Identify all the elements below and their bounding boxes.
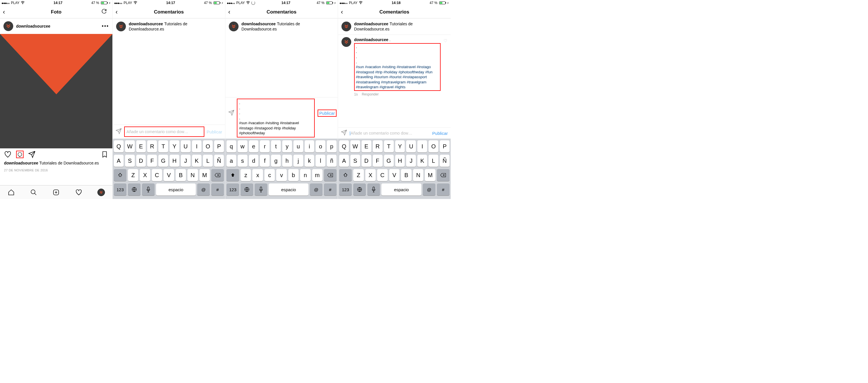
key-mic[interactable] (255, 183, 267, 196)
key-m[interactable]: m (312, 169, 322, 181)
key-p[interactable]: P (440, 140, 450, 152)
key-q[interactable]: q (226, 140, 236, 152)
key-r[interactable]: R (147, 140, 157, 152)
key-m[interactable]: M (199, 169, 210, 181)
key-space[interactable]: espacio (156, 183, 196, 196)
comment-hashtags[interactable]: #sun #vacation #visiting #instatravel #i… (356, 64, 439, 90)
key-q[interactable]: Q (114, 140, 124, 152)
key-c[interactable]: c (265, 169, 275, 181)
key-n[interactable]: n (300, 169, 310, 181)
key-globe[interactable] (353, 183, 366, 196)
key-i[interactable]: I (192, 140, 202, 152)
keyboard[interactable]: QWERTYUIOP ASDFGHJKLÑ ZXCVBNM 123espacio… (338, 139, 451, 199)
tab-search[interactable] (30, 188, 37, 196)
key-hash[interactable]: # (437, 183, 450, 196)
like-comment-button[interactable]: ♡ (443, 38, 447, 97)
key-j[interactable]: J (406, 155, 416, 167)
key-e[interactable]: E (136, 140, 146, 152)
key-t[interactable]: t (271, 140, 281, 152)
tab-home[interactable] (7, 188, 15, 196)
key-shift[interactable] (226, 169, 239, 181)
back-button[interactable]: ‹ (341, 8, 349, 16)
back-button[interactable]: ‹ (228, 8, 237, 16)
key-d[interactable]: D (362, 155, 371, 167)
key-123[interactable]: 123 (114, 183, 126, 196)
key-backspace[interactable] (324, 169, 337, 181)
username-label[interactable]: downloadsourcee (354, 22, 388, 26)
key-shift[interactable] (339, 169, 352, 181)
avatar[interactable] (341, 22, 351, 31)
key-ñ[interactable]: Ñ (214, 155, 224, 167)
key-h[interactable]: H (169, 155, 179, 167)
keyboard[interactable]: qwertyuiop asdfghjklñ zxcvbnm 123espacio… (225, 139, 338, 199)
key-t[interactable]: T (158, 140, 168, 152)
comment-input[interactable]: Añade un comentario como dow… (124, 126, 204, 137)
tab-create[interactable] (52, 188, 60, 196)
avatar[interactable] (3, 21, 13, 31)
key-g[interactable]: G (384, 155, 394, 167)
caption-username[interactable]: downloadsourcee (4, 161, 38, 165)
key-w[interactable]: w (238, 140, 247, 152)
key-ñ[interactable]: Ñ (440, 155, 450, 167)
publish-button[interactable]: Publicar (432, 131, 448, 136)
key-u[interactable]: U (406, 140, 416, 152)
publish-button[interactable]: Publicar (318, 110, 337, 117)
key-e[interactable]: e (249, 140, 259, 152)
bookmark-button[interactable] (101, 151, 108, 158)
comment-input[interactable]: . . . . #sun #vacation #visiting #instat… (237, 99, 315, 138)
key-x[interactable]: X (140, 169, 150, 181)
back-button[interactable]: ‹ (3, 8, 11, 16)
tab-activity[interactable] (75, 188, 83, 196)
avatar[interactable] (341, 37, 351, 47)
key-hash[interactable]: # (324, 183, 337, 196)
username-label[interactable]: downloadsourcee (16, 24, 50, 28)
key-f[interactable]: F (373, 155, 382, 167)
key-at[interactable]: @ (197, 183, 210, 196)
key-w[interactable]: W (350, 140, 360, 152)
key-c[interactable]: C (152, 169, 162, 181)
key-backspace[interactable] (437, 169, 450, 181)
key-i[interactable]: i (305, 140, 314, 152)
key-y[interactable]: y (282, 140, 292, 152)
key-z[interactable]: Z (128, 169, 138, 181)
key-123[interactable]: 123 (339, 183, 352, 196)
key-k[interactable]: K (192, 155, 202, 167)
key-h[interactable]: H (395, 155, 405, 167)
publish-button[interactable]: Publicar (207, 129, 222, 134)
reply-button[interactable]: Responder (362, 92, 379, 97)
refresh-button[interactable] (101, 8, 110, 16)
key-u[interactable]: u (293, 140, 303, 152)
share-button[interactable] (28, 151, 36, 158)
key-v[interactable]: V (389, 169, 400, 181)
key-globe[interactable] (128, 183, 141, 196)
key-m[interactable]: M (425, 169, 435, 181)
key-backspace[interactable] (211, 169, 224, 181)
key-k[interactable]: k (305, 155, 314, 167)
key-l[interactable]: L (429, 155, 438, 167)
key-f[interactable]: f (260, 155, 270, 167)
key-l[interactable]: L (203, 155, 213, 167)
key-g[interactable]: G (158, 155, 168, 167)
key-p[interactable]: P (214, 140, 224, 152)
like-button[interactable] (4, 151, 11, 158)
more-button[interactable]: ••• (102, 23, 109, 29)
key-b[interactable]: b (288, 169, 299, 181)
key-globe[interactable] (241, 183, 253, 196)
comment-username[interactable]: downloadsourcee (354, 37, 388, 42)
key-u[interactable]: U (181, 140, 191, 152)
key-space[interactable]: espacio (269, 183, 308, 196)
key-a[interactable]: a (226, 155, 236, 167)
key-r[interactable]: r (260, 140, 270, 152)
comment-button[interactable] (16, 151, 24, 158)
key-r[interactable]: R (373, 140, 382, 152)
key-b[interactable]: B (176, 169, 186, 181)
key-at[interactable]: @ (423, 183, 435, 196)
key-t[interactable]: T (384, 140, 394, 152)
key-f[interactable]: F (147, 155, 157, 167)
key-o[interactable]: O (203, 140, 213, 152)
key-n[interactable]: N (187, 169, 198, 181)
key-i[interactable]: I (417, 140, 427, 152)
tab-profile[interactable] (97, 188, 105, 196)
key-a[interactable]: A (339, 155, 349, 167)
key-e[interactable]: E (362, 140, 371, 152)
